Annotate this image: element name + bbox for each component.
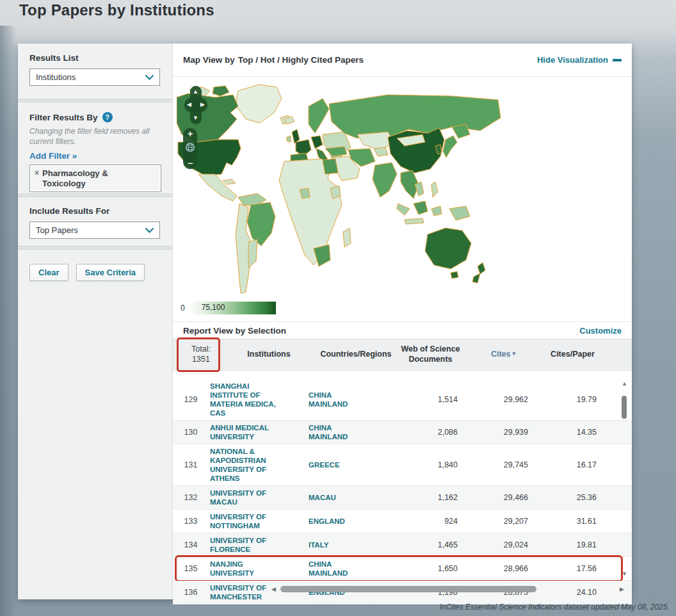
table-row: 135 NANJING UNIVERSITY CHINA MAINLAND 1,… [173,557,632,581]
world-map[interactable]: ▲ ▼ ◀ ▶ + − 0 [173,77,632,321]
results-list-label: Results List [29,53,161,63]
cites-cell: 29,024 [458,540,528,549]
help-icon[interactable]: ? [102,112,113,122]
save-criteria-button[interactable]: Save Criteria [76,264,145,281]
filter-results-label: Filter Results By [29,113,98,122]
horizontal-scroll-thumb[interactable] [280,586,536,592]
chevron-down-icon [145,75,154,80]
table-body: 129 SHANGHAI INSTITUTE OF MATERIA MEDICA… [173,379,632,585]
main-panel: Map View byTop / Hot / Highly Cited Pape… [173,44,632,599]
country-cell: ITALY [309,540,383,549]
pan-up-icon[interactable]: ▲ [193,89,198,95]
table-row: 133 UNIVERSITY OF NOTTINGHAM ENGLAND 924… [173,510,632,533]
results-list-value: Institutions [36,72,76,82]
content-card: Results List Institutions Filter Results… [18,44,632,599]
institution-link[interactable]: UNIVERSITY OF MACAU [209,489,309,507]
scroll-up-icon[interactable]: ▲ [622,380,627,387]
wos-documents-cell: 1,162 [383,493,458,502]
table-header: Total: 1351 Institutions Countries/Regio… [173,339,632,371]
filter-tag-label: Pharmacology & Toxicology [42,168,138,188]
table-row: 131 NATIONAL & KAPODISTRIAN UNIVERSITY O… [173,444,632,486]
column-header-cites[interactable]: Cites▾ [468,350,538,360]
results-list-select[interactable]: Institutions [29,69,160,86]
legend-gradient: 75,100 [188,302,276,314]
wos-documents-cell: 1,650 [383,564,458,573]
cites-cell: 29,745 [458,460,528,469]
map-zoom-control: + − [183,128,197,169]
map-legend: 0 75,100 [181,302,276,314]
column-header-cites-per-paper[interactable]: Cites/Paper [538,350,607,360]
filter-note: Changing the filter field removes all cu… [29,127,161,147]
cites-cell: 29,939 [458,428,528,437]
rank-cell: 130 [173,428,209,437]
rank-cell: 135 [173,564,209,573]
wos-documents-cell: 924 [383,517,458,526]
institution-link[interactable]: NANJING UNIVERSITY [209,560,309,578]
wos-documents-cell: 2,086 [383,428,458,437]
filter-tag: × Pharmacology & Toxicology [29,165,161,192]
page-title: Top Papers by Institutions [19,1,214,19]
column-header-institutions[interactable]: Institutions [219,350,319,360]
hide-visualization-link[interactable]: Hide Visualization [537,55,622,65]
minus-icon [613,59,622,61]
legend-max: 75,100 [202,303,225,312]
cites-per-paper-cell: 16.17 [528,460,597,469]
include-results-value: Top Papers [36,225,78,235]
remove-filter-icon[interactable]: × [35,168,39,188]
zoom-in-button[interactable]: + [188,130,193,138]
country-cell: CHINA MAINLAND [309,423,383,441]
map-view-title: Map View byTop / Hot / Highly Cited Pape… [183,55,364,65]
rank-cell: 129 [173,395,209,404]
rank-cell: 134 [173,540,209,549]
pan-down-icon[interactable]: ▼ [193,115,198,121]
pan-right-icon[interactable]: ▶ [200,102,205,108]
country-cell: GREECE [309,460,383,469]
clear-button[interactable]: Clear [29,264,68,281]
institution-link[interactable]: UNIVERSITY OF NOTTINGHAM [209,512,309,530]
report-view-title: Report View by Selection [183,326,286,336]
horizontal-scrollbar[interactable]: ◀ ▶ [173,585,632,594]
country-cell: ENGLAND [309,517,383,526]
institution-link[interactable]: UNIVERSITY OF FLORENCE [209,536,309,554]
table-row: 129 SHANGHAI INSTITUTE OF MATERIA MEDICA… [173,379,632,421]
scroll-left-icon[interactable]: ◀ [271,586,276,592]
country-cell: CHINA MAINLAND [309,560,383,578]
include-results-select[interactable]: Top Papers [29,222,160,239]
add-filter-link[interactable]: Add Filter » [29,151,77,161]
cites-per-paper-cell: 19.79 [528,395,597,404]
sidebar: Results List Institutions Filter Results… [18,44,173,599]
vertical-scrollbar[interactable]: ▲ ▼ [620,379,629,585]
zoom-out-button[interactable]: − [188,159,193,167]
wos-documents-cell: 1,514 [383,395,458,404]
cites-cell: 28,966 [458,564,528,573]
scroll-down-icon[interactable]: ▼ [622,571,627,577]
vertical-scroll-thumb[interactable] [622,396,627,419]
country-cell: MACAU [309,493,383,502]
column-header-wos-documents[interactable]: Web of Science Documents [393,344,468,364]
institution-link[interactable]: SHANGHAI INSTITUTE OF MATERIA MEDICA, CA… [209,382,309,417]
institution-link[interactable]: ANHUI MEDICAL UNIVERSITY [209,423,309,441]
rank-cell: 131 [173,460,209,469]
pan-left-icon[interactable]: ◀ [187,102,191,108]
cites-per-paper-cell: 17.56 [528,564,597,573]
map-pan-control[interactable]: ▲ ▼ ◀ ▶ [184,86,207,124]
institution-link[interactable]: NATIONAL & KAPODISTRIAN UNIVERSITY OF AT… [209,447,309,483]
rank-cell: 133 [173,517,209,526]
legend-min: 0 [181,302,185,314]
table-row: 134 UNIVERSITY OF FLORENCE ITALY 1,465 2… [173,533,632,557]
wos-documents-cell: 1,840 [383,460,458,469]
globe-icon[interactable] [185,142,195,155]
table-row: 130 ANHUI MEDICAL UNIVERSITY CHINA MAINL… [173,421,632,444]
column-header-countries[interactable]: Countries/Regions [319,350,393,360]
cites-cell: 29,207 [458,517,528,526]
cites-per-paper-cell: 19.81 [528,540,597,549]
cites-cell: 29,962 [458,395,528,404]
country-cell: CHINA MAINLAND [309,391,383,409]
chevron-down-icon [145,228,154,233]
total-count: Total: 1351 [183,344,219,364]
sort-down-icon: ▾ [513,350,516,357]
cites-per-paper-cell: 14.35 [528,428,597,437]
choropleth-map [177,78,627,316]
scroll-right-icon[interactable]: ▶ [620,586,624,592]
customize-link[interactable]: Customize [579,326,622,336]
